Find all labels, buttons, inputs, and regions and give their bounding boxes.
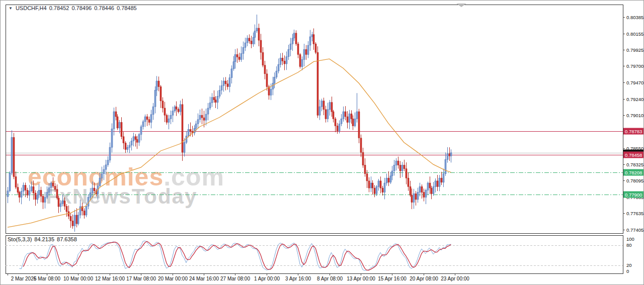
- candle-body: [74, 215, 75, 226]
- candle-body: [333, 112, 334, 119]
- candle-body: [425, 190, 427, 197]
- candle-body: [408, 178, 409, 186]
- candle-body: [384, 183, 385, 193]
- candle-body: [136, 140, 138, 143]
- candle-body: [146, 117, 148, 120]
- candle-body: [372, 183, 373, 188]
- symbol-dropdown-icon[interactable]: ▼: [9, 6, 13, 11]
- candle-body: [339, 124, 340, 131]
- candle-body: [7, 191, 9, 197]
- candle-body: [307, 45, 309, 55]
- candle-body: [42, 196, 44, 202]
- candle-body: [101, 174, 103, 178]
- candle-body: [270, 89, 272, 95]
- candle-body: [423, 193, 425, 198]
- candle-body: [254, 31, 256, 38]
- stoch-axis-label: 100: [626, 236, 634, 242]
- candle-body: [66, 206, 67, 212]
- candle-body: [374, 188, 375, 194]
- time-tick-label: 8 Apr 08:00: [317, 276, 343, 281]
- candle-body: [397, 161, 399, 165]
- candle-body: [205, 114, 207, 120]
- candle-body: [148, 120, 150, 123]
- candle-body: [117, 117, 118, 128]
- candle-body: [435, 181, 436, 186]
- candle-body: [345, 112, 346, 117]
- candle-body: [144, 117, 146, 122]
- candle-body: [229, 78, 230, 87]
- candle-body: [293, 33, 295, 38]
- candle-body: [92, 188, 93, 193]
- chart-shift-marker[interactable]: [456, 4, 466, 7]
- candle-body: [366, 174, 368, 181]
- candle-body: [260, 40, 262, 52]
- candle-body: [247, 38, 248, 43]
- candle-body: [354, 119, 356, 126]
- candle-body: [86, 206, 87, 215]
- candle-body: [62, 201, 63, 204]
- candle-body: [209, 103, 211, 108]
- candle-body: [38, 190, 40, 195]
- candle-body: [219, 90, 220, 97]
- candle-body: [447, 154, 448, 159]
- price-tick-label: 0.79925: [626, 47, 643, 53]
- candle-body: [94, 188, 95, 191]
- time-tick-label: 12 Mar 16:00: [95, 276, 125, 281]
- candle-body: [404, 165, 405, 169]
- ohlc-close: 0.78485: [117, 5, 137, 11]
- candle-body: [201, 115, 203, 118]
- candle-body: [207, 108, 209, 114]
- candle-body: [264, 65, 266, 74]
- candle-body: [266, 74, 268, 87]
- candle-body: [288, 50, 289, 57]
- candle-body: [388, 178, 389, 182]
- candle-body: [337, 126, 338, 131]
- stoch-plot-border: [6, 236, 623, 274]
- candle-body: [131, 141, 132, 145]
- candle-body: [37, 195, 38, 200]
- candle-body: [76, 215, 77, 224]
- candle-body: [211, 98, 213, 103]
- candle-body: [360, 138, 362, 152]
- candle-body: [358, 112, 360, 138]
- candle-body: [347, 117, 348, 122]
- candle-body: [284, 61, 285, 64]
- candle-body: [77, 215, 79, 224]
- candle-body: [9, 173, 11, 191]
- candle-body: [178, 109, 179, 112]
- candle-body: [249, 38, 250, 41]
- candle-body: [395, 161, 397, 165]
- candle-body: [48, 187, 50, 192]
- chart-window: economies.com FxNewsToday 0.803850.80155…: [0, 0, 644, 285]
- candle-body: [15, 176, 17, 187]
- candle-body: [227, 84, 228, 87]
- ohlc-high: 0.78496: [71, 5, 92, 11]
- candle-body: [223, 81, 224, 85]
- candle-body: [335, 119, 336, 126]
- candle-body: [195, 124, 197, 128]
- candle-body: [84, 211, 85, 216]
- candle-body: [133, 137, 134, 141]
- price-tick-label: 0.77635: [626, 211, 643, 216]
- candle-body: [376, 186, 377, 194]
- candle-body: [35, 193, 36, 200]
- candle-body: [109, 147, 111, 160]
- time-tick-label: 15 Apr 16:00: [378, 276, 407, 281]
- candle-body: [272, 83, 274, 89]
- candle-body: [17, 187, 19, 193]
- candle-body: [441, 178, 442, 182]
- candle-body: [70, 216, 71, 221]
- candle-body: [299, 55, 301, 67]
- chart-canvas[interactable]: 0.803850.801550.799250.797000.794700.792…: [1, 1, 643, 284]
- candle-body: [411, 195, 413, 202]
- candle-body: [105, 165, 107, 169]
- candle-body: [419, 186, 421, 192]
- candle-body: [343, 112, 344, 119]
- time-tick-label: 20 Mar 00:00: [158, 276, 188, 281]
- candle-body: [40, 190, 42, 196]
- time-tick-label: 24 Mar 16:00: [189, 276, 219, 281]
- candle-body: [23, 185, 24, 191]
- candle-body: [217, 97, 218, 103]
- candle-body: [180, 105, 181, 112]
- candle-body: [413, 194, 415, 202]
